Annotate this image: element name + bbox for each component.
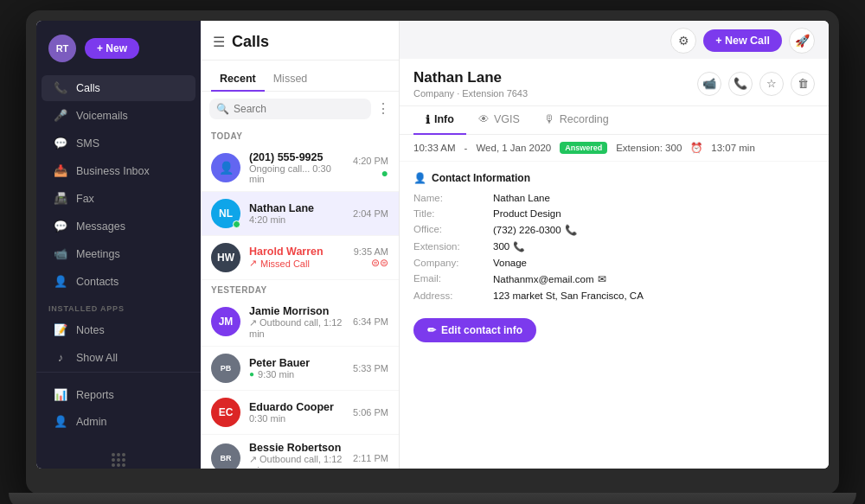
svg-point-2 xyxy=(122,453,125,456)
answered-badge: Answered xyxy=(560,142,607,154)
avatar: 👤 xyxy=(211,153,240,182)
sidebar-item-notes[interactable]: 📝 Notes xyxy=(42,317,195,343)
call-info: Bessie Robertson ↗ Outbound call, 1:12 m… xyxy=(249,442,344,469)
sidebar-item-reports[interactable]: 📊 Reports xyxy=(42,382,195,408)
video-call-button[interactable]: 📹 xyxy=(697,72,721,96)
sidebar-item-meetings[interactable]: 📹 Meetings xyxy=(42,241,195,267)
list-item[interactable]: BR Bessie Robertson ↗ Outbound call, 1:1… xyxy=(201,435,399,469)
detail-header: Nathan Lane Company · Extension 7643 📹 📞… xyxy=(400,59,829,106)
call-meta: 5:06 PM xyxy=(353,407,388,418)
list-item[interactable]: HW Harold Warren ↗ Missed Call 9:35 AM ⊜… xyxy=(201,236,399,280)
star-button[interactable]: ☆ xyxy=(759,72,784,96)
tab-vgis[interactable]: 👁 VGIS xyxy=(466,106,532,135)
call-online: ● xyxy=(353,166,388,180)
info-icon: ℹ xyxy=(426,113,430,126)
call-sub: Ongoing call... 0:30 min xyxy=(249,163,344,184)
settings-button[interactable]: ⚙ xyxy=(670,28,696,54)
svg-point-8 xyxy=(122,463,125,467)
detail-tabs: ℹ Info 👁 VGIS 🎙 Recording xyxy=(400,106,829,135)
tab-missed[interactable]: Missed xyxy=(265,67,317,92)
list-item[interactable]: NL Nathan Lane 4:20 min 2:04 PM xyxy=(201,192,399,236)
call-time: 2:04 PM xyxy=(353,208,388,219)
tab-recording[interactable]: 🎙 Recording xyxy=(532,106,621,135)
sidebar-item-business-inbox[interactable]: 📥 Business Inbox xyxy=(42,158,195,184)
list-item[interactable]: JM Jamie Morrison ↗ Outbound call, 1:12 … xyxy=(201,298,399,347)
rocket-icon[interactable]: 🚀 xyxy=(789,28,815,54)
right-content: ⚙ + New Call 🚀 Nathan Lane Company · Ext… xyxy=(400,21,829,469)
call-meta: 9:35 AM ⊜⊜ xyxy=(354,246,388,269)
name-label: Name: xyxy=(413,193,483,203)
svg-point-7 xyxy=(117,463,120,467)
detail-sub: Company · Extension 7643 xyxy=(413,88,528,99)
avatar: HW xyxy=(211,243,240,272)
fax-icon: 📠 xyxy=(54,192,67,206)
contact-header-section: Nathan Lane Company · Extension 7643 xyxy=(413,69,528,99)
extension-phone-icon[interactable]: 📞 xyxy=(513,241,525,252)
phone-button[interactable]: 📞 xyxy=(728,72,753,96)
tab-recent[interactable]: Recent xyxy=(211,67,265,92)
edit-icon: ✏ xyxy=(427,324,436,336)
office-value: (732) 226-0300 📞 xyxy=(493,224,815,236)
address-value: 123 market St, San Francisco, CA xyxy=(493,290,815,301)
voicemail-icon: ⊜⊜ xyxy=(354,257,388,269)
call-time: 6:34 PM xyxy=(353,316,388,327)
address-label: Address: xyxy=(413,290,483,301)
clock-icon: ⏰ xyxy=(690,142,702,154)
sidebar-item-calls[interactable]: 📞 Calls xyxy=(42,75,195,101)
list-item[interactable]: EC Eduardo Cooper 0:30 min 5:06 PM xyxy=(201,391,399,435)
list-item[interactable]: PB Peter Bauer ● 9:30 min 5:33 PM xyxy=(201,347,399,391)
sidebar-item-messages[interactable]: 💬 Messages xyxy=(42,214,195,239)
email-icon[interactable]: ✉ xyxy=(598,273,606,285)
svg-point-0 xyxy=(112,453,115,456)
hamburger-icon[interactable]: ☰ xyxy=(213,34,225,50)
new-button[interactable]: + New xyxy=(85,38,139,59)
title-value: Product Design xyxy=(493,208,815,219)
avatar: RT xyxy=(48,35,76,62)
list-item[interactable]: 👤 (201) 555-9925 Ongoing call... 0:30 mi… xyxy=(201,144,399,192)
sidebar-item-fax[interactable]: 📠 Fax xyxy=(42,186,195,212)
new-call-button[interactable]: + New Call xyxy=(703,29,782,52)
call-info: Nathan Lane 4:20 min xyxy=(249,202,344,225)
delete-button[interactable]: 🗑 xyxy=(791,72,815,96)
sidebar-item-label: Reports xyxy=(76,389,114,401)
call-log-time: 10:33 AM xyxy=(413,143,456,153)
phone-small-icon[interactable]: 📞 xyxy=(565,224,577,236)
call-sub: ↗ Outbound call, 1:12 min xyxy=(249,317,344,339)
inbox-icon: 📥 xyxy=(54,164,67,178)
search-input[interactable] xyxy=(234,103,364,115)
extension-value: 300 📞 xyxy=(493,241,815,252)
calls-tabs: Recent Missed xyxy=(201,61,399,92)
extension-label: Extension: xyxy=(413,241,483,252)
sidebar-item-admin[interactable]: 👤 Admin xyxy=(42,409,195,435)
contact-grid: Name: Nathan Lane Title: Product Design … xyxy=(413,193,815,301)
tab-info[interactable]: ℹ Info xyxy=(413,106,466,135)
calls-title: Calls xyxy=(232,33,269,51)
call-sub: ↗ Missed Call xyxy=(249,258,345,269)
call-time: 9:35 AM xyxy=(354,246,388,257)
show-all-icon: ♪ xyxy=(54,351,67,365)
call-name: Peter Bauer xyxy=(249,357,344,369)
svg-point-4 xyxy=(117,458,120,462)
call-meta: 5:33 PM xyxy=(353,363,388,373)
more-options-icon[interactable]: ⋮ xyxy=(376,100,390,117)
call-name: Nathan Lane xyxy=(249,202,344,214)
sidebar-item-voicemails[interactable]: 🎤 Voicemails xyxy=(42,103,195,129)
search-box: 🔍 xyxy=(209,99,371,119)
dots-grid xyxy=(36,444,201,469)
sidebar-item-label: Show All xyxy=(76,352,118,364)
call-info: Jamie Morrison ↗ Outbound call, 1:12 min xyxy=(249,305,344,339)
sidebar-item-sms[interactable]: 💬 SMS xyxy=(42,131,195,156)
sidebar-item-contacts[interactable]: 👤 Contacts xyxy=(42,269,195,295)
call-name: Harold Warren xyxy=(249,246,345,258)
call-time: 5:33 PM xyxy=(353,363,388,373)
avatar: PB xyxy=(211,354,240,383)
svg-point-3 xyxy=(112,458,115,462)
name-value: Nathan Lane xyxy=(493,193,815,203)
edit-contact-button[interactable]: ✏ Edit contact info xyxy=(413,318,536,342)
sidebar-item-label: Notes xyxy=(76,324,105,336)
online-indicator xyxy=(233,220,240,228)
sidebar-item-show-all[interactable]: ♪ Show All xyxy=(42,345,195,371)
detail-name: Nathan Lane xyxy=(413,69,528,86)
sidebar: RT + New 📞 Calls 🎤 Voicemails 💬 SMS 📥 Bu… xyxy=(36,21,201,469)
call-sub: ↗ Outbound call, 1:12 min xyxy=(249,454,344,469)
